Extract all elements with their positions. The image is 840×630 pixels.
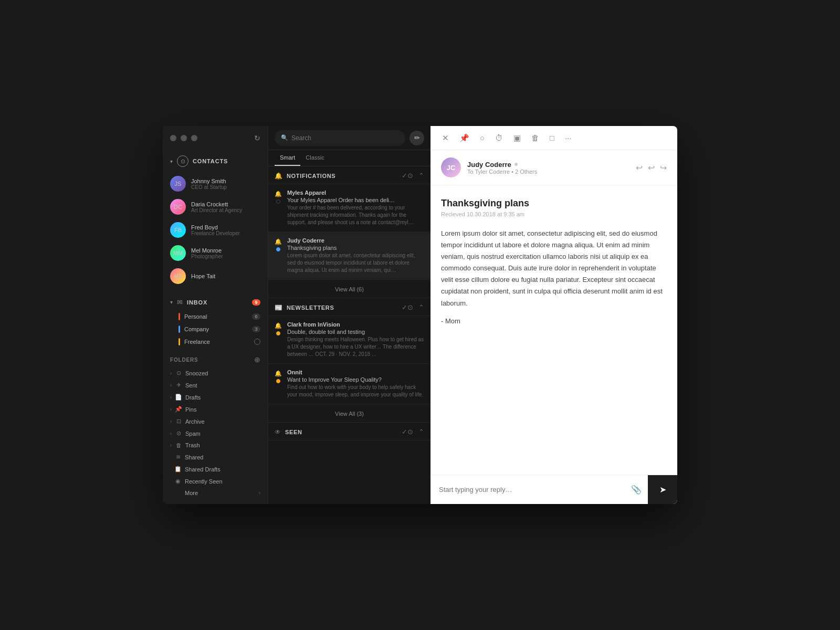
inbox-header[interactable]: ▾ ✉ INBOX 9 xyxy=(163,294,268,310)
section-check-button[interactable]: ✓⊙ xyxy=(402,172,413,180)
close-button[interactable]: ✕ xyxy=(441,132,450,144)
folder-item-plain[interactable]: ◉ Recently Seen xyxy=(163,475,268,487)
email-body: Thanksgiving plans Recieved 10.30.2018 a… xyxy=(430,185,677,475)
contact-avatar: HT xyxy=(170,268,186,284)
contact-item[interactable]: FB Fred Boyd Freelance Developer xyxy=(163,218,268,242)
contact-item[interactable]: HT Hope Tait xyxy=(163,265,268,288)
inbox-sub-label: Freelance xyxy=(184,339,210,345)
inbox-sub-left: Personal xyxy=(178,313,207,320)
folder-chevron-icon: › xyxy=(170,419,172,424)
window-maximize-button[interactable] xyxy=(191,135,197,141)
section-collapse-button[interactable]: ⌃ xyxy=(418,172,424,180)
contact-name: Mel Monroe xyxy=(191,247,223,254)
email-section-group: 👁 SEEN ✓⊙ ⌃ xyxy=(268,423,430,440)
email-content: Judy Coderre Thanksgiving plans Lorem ip… xyxy=(287,237,424,274)
email-item[interactable]: 🔔 Myles Apparel Your Myles Apparel Order… xyxy=(268,184,430,232)
compose-button[interactable]: ✏ xyxy=(410,131,424,145)
section-collapse-button[interactable]: ⌃ xyxy=(418,303,424,311)
contacts-section: ▾ ⊙ CONTACTS JS Johnny Smith CEO at Star… xyxy=(163,150,268,292)
more-button[interactable]: ··· xyxy=(564,132,573,143)
email-content: Myles Apparel Your Myles Apparel Order h… xyxy=(287,190,424,226)
section-header: 🔔 NOTIFICATIONS ✓⊙ ⌃ xyxy=(268,166,430,184)
folder-item[interactable]: › 🗑 Trash xyxy=(163,439,268,451)
email-item[interactable]: 🔔 Judy Coderre Thanksgiving plans Lorem … xyxy=(268,232,430,280)
inbox-sub-item[interactable]: Freelance xyxy=(163,335,268,348)
email-dot-col: 🔔 xyxy=(275,237,282,274)
contact-name: Johnny Smith xyxy=(191,178,227,184)
window-close-button[interactable] xyxy=(170,135,176,141)
folder-label: Snoozed xyxy=(185,370,208,376)
search-input[interactable] xyxy=(291,134,399,142)
folder-chevron-icon: › xyxy=(170,431,172,436)
section-check-button[interactable]: ✓⊙ xyxy=(402,428,413,436)
email-subject: Thanksgiving plans xyxy=(287,245,424,251)
inbox-sub-item[interactable]: Personal 6 xyxy=(163,310,268,323)
email-item[interactable]: 🔔 Onnit Want to Improve Your Sleep Quali… xyxy=(268,364,430,404)
contact-avatar: DC xyxy=(170,199,186,215)
email-toolbar: ✕ 📌 ○ ⏱ ▣ 🗑 □ ··· xyxy=(430,126,677,150)
section-header-left: 🔔 NOTIFICATIONS xyxy=(275,172,335,180)
folder-item[interactable]: › ⊡ Archive xyxy=(163,415,268,427)
notif-icon: 🔔 xyxy=(275,191,282,197)
inbox-sub-item[interactable]: Company 3 xyxy=(163,323,268,335)
contact-item[interactable]: MM Mel Monroe Photographer xyxy=(163,242,268,265)
box-button[interactable]: ▣ xyxy=(512,132,522,144)
inbox-sub-label: Company xyxy=(184,326,209,332)
forward-button[interactable]: ↪ xyxy=(660,163,667,173)
email-item[interactable]: 🔔 Clark from InVision Double, double toi… xyxy=(268,316,430,364)
app-window: ↻ ▾ ⊙ CONTACTS JS Johnny Smith CEO at St… xyxy=(163,126,677,504)
email-recipients: To Tyler Coderre • 2 Others xyxy=(467,169,537,175)
folder-item[interactable]: › ⊘ Spam xyxy=(163,427,268,439)
section-icon: 👁 xyxy=(275,428,281,436)
plain-folder-list: ≋ Shared 📋 Shared Drafts ◉ Recently Seen… xyxy=(163,451,268,499)
folders-label: Folders xyxy=(170,357,198,363)
inbox-sub-circle xyxy=(254,339,260,345)
clock-button[interactable]: ⏱ xyxy=(494,132,504,143)
reply-button[interactable]: ↩ xyxy=(636,163,643,173)
folder-item[interactable]: › 📄 Drafts xyxy=(163,391,268,403)
section-check-button[interactable]: ✓⊙ xyxy=(402,303,413,311)
contact-item[interactable]: DC Daria Crockett Art Director at Agency xyxy=(163,195,268,218)
folder-item-plain[interactable]: More › xyxy=(163,487,268,499)
folder-item[interactable]: › ⊙ Snoozed xyxy=(163,367,268,379)
reply-all-button[interactable]: ↩ xyxy=(648,163,655,173)
unread-dot xyxy=(276,331,280,335)
folder-item-plain[interactable]: 📋 Shared Drafts xyxy=(163,463,268,475)
section-header-left: 📰 NEWSLETTERS xyxy=(275,304,334,311)
search-input-wrap[interactable]: 🔍 xyxy=(275,130,405,146)
contact-item[interactable]: JS Johnny Smith CEO at Startup xyxy=(163,172,268,195)
reply-input[interactable] xyxy=(430,486,625,494)
contact-info: Daria Crockett Art Director at Agency xyxy=(191,201,242,213)
tabs-row: Smart Classic xyxy=(268,150,430,166)
section-collapse-button[interactable]: ⌃ xyxy=(418,428,424,436)
folder-icon: ≋ xyxy=(174,454,182,460)
window-minimize-button[interactable] xyxy=(181,135,187,141)
square-button[interactable]: □ xyxy=(549,132,555,143)
folders-add-icon[interactable]: ⊕ xyxy=(254,355,260,364)
view-all-row[interactable]: View All (6) xyxy=(268,280,430,298)
circle-button[interactable]: ○ xyxy=(479,132,486,143)
folder-item[interactable]: › 📌 Pins xyxy=(163,403,268,415)
folder-label: Spam xyxy=(185,430,201,437)
tab-smart[interactable]: Smart xyxy=(275,150,300,166)
folder-icon: ⊘ xyxy=(175,430,182,437)
folder-chevron-icon: › xyxy=(170,371,172,376)
section-header: 👁 SEEN ✓⊙ ⌃ xyxy=(268,423,430,440)
refresh-icon[interactable]: ↻ xyxy=(254,134,260,142)
inbox-sub-left: Company xyxy=(178,326,209,333)
attach-button[interactable]: 📎 xyxy=(625,485,648,495)
folder-icon: 🗑 xyxy=(175,442,182,448)
status-dot xyxy=(514,163,518,166)
view-all-row[interactable]: View All (3) xyxy=(268,404,430,423)
pin-button[interactable]: 📌 xyxy=(458,132,470,144)
email-preview: Lorem ipsum dolor sit amet, consectetur … xyxy=(287,252,424,274)
tab-classic[interactable]: Classic xyxy=(300,150,329,166)
email-sender: Myles Apparel xyxy=(287,190,424,196)
folder-item[interactable]: › ✈ Sent xyxy=(163,379,268,391)
send-button[interactable]: ➤ xyxy=(648,475,677,505)
email-content: Clark from InVision Double, double toil … xyxy=(287,321,424,358)
folder-icon: 📄 xyxy=(175,394,182,401)
trash-button[interactable]: 🗑 xyxy=(530,132,540,143)
contacts-header[interactable]: ▾ ⊙ CONTACTS xyxy=(163,150,268,172)
folder-item-plain[interactable]: ≋ Shared xyxy=(163,451,268,463)
